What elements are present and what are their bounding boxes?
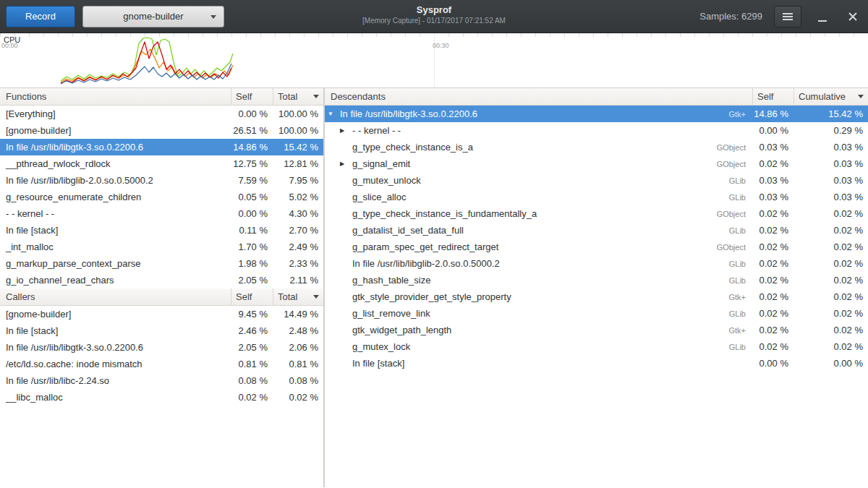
table-row[interactable]: g_io_channel_read_chars2.05 %2.11 % xyxy=(0,272,323,288)
library-tag: GObject xyxy=(717,210,752,218)
record-button[interactable]: Record xyxy=(6,6,75,27)
self-value: 0.08 % xyxy=(231,375,273,386)
table-row[interactable]: g_markup_parse_context_parse1.98 %2.33 % xyxy=(0,255,323,272)
table-row[interactable]: In file /usr/lib/libglib-2.0.so.0.5000.2… xyxy=(0,172,323,189)
title-box: Sysprof [Memory Capture] - 01/17/2017 07… xyxy=(362,4,506,25)
column-header-self[interactable]: Self xyxy=(752,88,793,105)
total-value: 4.30 % xyxy=(273,208,323,219)
library-tag: GLib xyxy=(729,260,752,268)
table-row[interactable]: _int_malloc1.70 %2.49 % xyxy=(0,239,323,255)
row-label: g_markup_parse_context_parse xyxy=(0,258,231,269)
table-row[interactable]: gtk_style_provider_get_style_propertyGtk… xyxy=(325,288,868,305)
column-header-functions[interactable]: Functions xyxy=(0,88,231,105)
self-value: 2.05 % xyxy=(231,275,273,286)
self-value: 0.02 % xyxy=(752,291,793,302)
headerbar-right: Samples: 6299 xyxy=(699,6,862,27)
table-row[interactable]: ▼In file /usr/lib/libgtk-3.so.0.2200.6Gt… xyxy=(325,106,868,122)
table-row[interactable]: [gnome-builder]26.51 %100.00 % xyxy=(0,122,323,139)
table-row[interactable]: g_list_remove_linkGLib0.02 %0.02 % xyxy=(325,305,868,322)
table-row[interactable]: In file [stack]0.00 %0.00 % xyxy=(325,355,868,372)
table-row[interactable]: g_param_spec_get_redirect_targetGObject0… xyxy=(325,239,868,255)
menu-button[interactable] xyxy=(774,6,801,27)
total-value: 2.33 % xyxy=(273,258,323,269)
table-row[interactable]: - - kernel - -0.00 %4.30 % xyxy=(0,205,323,222)
self-value: 0.02 % xyxy=(752,308,793,319)
table-row[interactable]: [gnome-builder]9.45 %14.49 % xyxy=(0,306,323,322)
library-tag: GLib xyxy=(729,309,752,318)
self-value: 0.03 % xyxy=(752,175,793,186)
table-row[interactable]: __pthread_rwlock_rdlock12.75 %12.81 % xyxy=(0,155,323,172)
library-tag: GObject xyxy=(717,143,752,152)
table-row[interactable]: ▶- - kernel - -0.00 %0.29 % xyxy=(325,122,868,139)
table-row[interactable]: [Everything]0.00 %100.00 % xyxy=(0,106,323,122)
expander-open-icon[interactable]: ▼ xyxy=(328,106,340,122)
cumulative-value: 0.03 % xyxy=(793,142,868,153)
self-value: 0.00 % xyxy=(231,208,273,219)
table-row[interactable]: g_resource_enumerate_children0.05 %5.02 … xyxy=(0,189,323,205)
expander-closed-icon[interactable]: ▶ xyxy=(340,122,352,139)
descendants-header: Descendants Self Cumulative xyxy=(325,88,868,106)
total-value: 7.95 % xyxy=(273,175,323,186)
expander-closed-icon[interactable]: ▶ xyxy=(340,155,352,172)
process-selector-label: gnome-builder xyxy=(123,11,183,22)
table-row[interactable]: In file [stack]0.11 %2.70 % xyxy=(0,222,323,239)
samples-count: Samples: 6299 xyxy=(699,11,762,22)
library-tag: GLib xyxy=(729,276,752,285)
column-header-descendants[interactable]: Descendants xyxy=(325,88,752,105)
table-row[interactable]: In file /usr/lib/libgtk-3.so.0.2200.62.0… xyxy=(0,339,323,356)
total-value: 0.02 % xyxy=(273,392,323,403)
table-row[interactable]: g_type_check_instance_is_fundamentally_a… xyxy=(325,205,868,222)
column-header-total[interactable]: Total xyxy=(273,288,323,305)
table-row[interactable]: g_type_check_instance_is_aGObject0.03 %0… xyxy=(325,139,868,155)
sort-descending-icon xyxy=(858,95,864,98)
minimize-button[interactable] xyxy=(813,7,832,26)
timeline-start-label: 00:00 xyxy=(1,42,18,49)
table-row[interactable]: gtk_widget_path_lengthGtk+0.02 %0.02 % xyxy=(325,322,868,338)
library-tag: GObject xyxy=(717,160,752,168)
row-label: In file /usr/lib/libglib-2.0.so.0.5000.2 xyxy=(0,175,231,186)
row-label: g_datalist_id_set_data_fullGLib xyxy=(325,225,752,236)
cumulative-value: 0.03 % xyxy=(793,158,868,169)
library-tag: GObject xyxy=(717,243,752,252)
table-row[interactable]: g_slice_allocGLib0.03 %0.03 % xyxy=(325,189,868,205)
column-header-total[interactable]: Total xyxy=(273,88,323,105)
table-row[interactable]: g_mutex_lockGLib0.02 %0.02 % xyxy=(325,338,868,355)
process-selector[interactable]: gnome-builder xyxy=(82,6,224,27)
self-value: 0.02 % xyxy=(752,258,793,269)
table-row[interactable]: /etc/ld.so.cache: inode mismatch0.81 %0.… xyxy=(0,356,323,372)
table-row[interactable]: ▶g_signal_emitGObject0.02 %0.03 % xyxy=(325,155,868,172)
table-row[interactable]: In file [stack]2.46 %2.48 % xyxy=(0,322,323,339)
cumulative-value: 15.42 % xyxy=(793,108,868,119)
table-row[interactable]: g_mutex_unlockGLib0.03 %0.03 % xyxy=(325,172,868,189)
self-value: 0.11 % xyxy=(231,225,273,236)
row-label: __pthread_rwlock_rdlock xyxy=(0,158,231,169)
library-tag: GLib xyxy=(729,193,752,202)
minimize-icon xyxy=(818,20,827,22)
left-pane: Functions Self Total [Everything]0.00 %1… xyxy=(0,88,325,487)
table-row[interactable]: In file /usr/lib/libglib-2.0.so.0.5000.2… xyxy=(325,255,868,272)
cpu-graph[interactable]: CPU 00:00 00:30 xyxy=(0,33,868,88)
cumulative-value: 0.29 % xyxy=(793,125,868,136)
cumulative-value: 0.02 % xyxy=(793,341,868,352)
table-row[interactable]: g_datalist_id_set_data_fullGLib0.02 %0.0… xyxy=(325,222,868,239)
column-header-self[interactable]: Self xyxy=(231,288,273,305)
table-row[interactable]: __libc_malloc0.02 %0.02 % xyxy=(0,389,323,406)
self-value: 9.45 % xyxy=(231,309,273,320)
table-row[interactable]: g_hash_table_sizeGLib0.02 %0.02 % xyxy=(325,272,868,288)
self-value: 0.02 % xyxy=(752,241,793,252)
row-label: In file [stack] xyxy=(325,358,752,369)
table-row[interactable]: In file /usr/lib/libc-2.24.so0.08 %0.08 … xyxy=(0,372,323,389)
table-row[interactable]: In file /usr/lib/libgtk-3.so.0.2200.614.… xyxy=(0,139,323,155)
row-label: g_param_spec_get_redirect_targetGObject xyxy=(325,241,752,252)
column-header-cumulative[interactable]: Cumulative xyxy=(793,88,868,105)
self-value: 14.86 % xyxy=(752,108,793,119)
row-label: ▶- - kernel - - xyxy=(325,122,752,139)
self-value: 1.70 % xyxy=(231,241,273,252)
total-value: 2.48 % xyxy=(273,325,323,336)
total-value: 15.42 % xyxy=(273,142,323,153)
close-button[interactable] xyxy=(843,7,862,26)
column-header-callers[interactable]: Callers xyxy=(0,288,231,305)
self-value: 0.02 % xyxy=(752,275,793,286)
column-header-self[interactable]: Self xyxy=(231,88,273,105)
row-label: In file /usr/lib/libglib-2.0.so.0.5000.2… xyxy=(325,258,752,269)
